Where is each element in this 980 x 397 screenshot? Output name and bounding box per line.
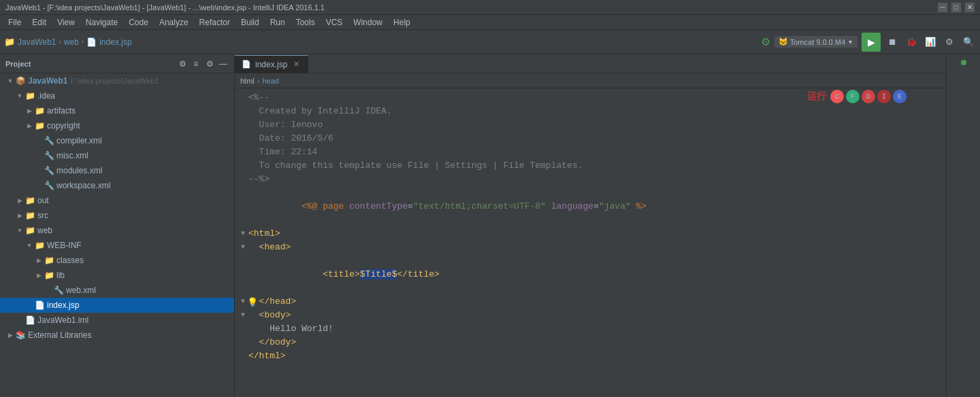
menu-item-edit[interactable]: Edit bbox=[27, 16, 52, 29]
tree-item-external-libraries[interactable]: ▶ 📚 External Libraries bbox=[0, 328, 234, 343]
folder-lib-icon: 📁 bbox=[44, 270, 54, 281]
file-iml-icon: 📄 bbox=[24, 315, 35, 326]
tree-item-out[interactable]: ▶ 📁 out bbox=[0, 193, 234, 208]
toolbar-project-link[interactable]: JavaWeb1 bbox=[18, 37, 56, 47]
tree-label-out: out bbox=[37, 196, 49, 205]
menu-item-analyze[interactable]: Analyze bbox=[154, 16, 194, 29]
code-line-13: ▼ <body> bbox=[235, 309, 946, 322]
minimize-button[interactable]: ─ bbox=[938, 3, 947, 12]
tree-item-src[interactable]: ▶ 📁 src bbox=[0, 208, 234, 223]
toolbar-icon1[interactable]: ⚙ bbox=[761, 35, 770, 48]
sidebar-sync-icon[interactable]: ⚙ bbox=[177, 58, 188, 69]
browser-firefox-icon[interactable]: F bbox=[846, 90, 860, 103]
close-button[interactable]: ✕ bbox=[965, 3, 975, 12]
code-line-14: Hello World! bbox=[235, 322, 946, 336]
breadcrumb-head[interactable]: head bbox=[262, 77, 278, 85]
sidebar-gear-icon[interactable]: ⚙ bbox=[204, 58, 215, 69]
breadcrumb-html[interactable]: html bbox=[240, 77, 255, 85]
menu-item-vcs[interactable]: VCS bbox=[321, 16, 348, 29]
toolbar-file-link[interactable]: index.jsp bbox=[99, 37, 131, 47]
tab-close-indexjsp[interactable]: ✕ bbox=[291, 60, 301, 69]
menu-item-navigate[interactable]: Navigate bbox=[80, 16, 123, 29]
tree-item-webinf[interactable]: ▼ 📁 WEB-INF bbox=[0, 238, 234, 253]
sidebar-close-icon[interactable]: — bbox=[218, 58, 229, 69]
tree-item-classes[interactable]: ▶ 📁 classes bbox=[0, 253, 234, 268]
folder-classes-icon: 📁 bbox=[44, 255, 54, 266]
tree-item-webxml[interactable]: ▶ 🔧 web.xml bbox=[0, 283, 234, 298]
sidebar-collapse-icon[interactable]: ≡ bbox=[191, 58, 201, 69]
tree-item-compiler-xml[interactable]: ▶ 🔧 compiler.xml bbox=[0, 133, 234, 148]
fold-gutter-head[interactable]: ▼ bbox=[238, 241, 248, 254]
tab-icon-indexjsp: 📄 bbox=[242, 60, 251, 69]
settings-button[interactable]: ⚙ bbox=[942, 35, 957, 50]
tree-arrow-extlibs[interactable]: ▶ bbox=[5, 330, 15, 340]
run-button[interactable]: ▶ bbox=[862, 33, 881, 52]
menu-item-run[interactable]: Run bbox=[265, 16, 291, 29]
fold-gutter-body[interactable]: ▼ bbox=[238, 309, 248, 322]
tree-item-idea[interactable]: ▼ 📁 .idea bbox=[0, 88, 234, 103]
tree-item-web[interactable]: ▼ 📁 web bbox=[0, 223, 234, 238]
intention-bulb-icon[interactable]: 💡 bbox=[247, 296, 258, 310]
editor-content[interactable]: 运行 C F O I E <%-- Created by IntelliJ ID… bbox=[235, 88, 946, 397]
title-bar: JavaWeb1 - [F:\idea projects\JavaWeb1] -… bbox=[0, 0, 980, 15]
browser-edge-icon[interactable]: E bbox=[893, 90, 906, 103]
folder-out-icon: 📁 bbox=[24, 195, 35, 206]
tree-item-modules-xml[interactable]: ▶ 🔧 modules.xml bbox=[0, 163, 234, 178]
debug-button[interactable]: 🐞 bbox=[904, 35, 919, 50]
menu-item-file[interactable]: File bbox=[3, 16, 27, 29]
tree-item-lib[interactable]: ▶ 📁 lib bbox=[0, 268, 234, 283]
tree-label-web: web bbox=[37, 226, 52, 235]
menu-item-window[interactable]: Window bbox=[348, 16, 388, 29]
fold-gutter-html[interactable]: ▼ bbox=[238, 227, 248, 241]
menu-item-tools[interactable]: Tools bbox=[291, 16, 321, 29]
sidebar-header: Project ⚙ ≡ ⚙ — bbox=[0, 54, 234, 73]
tree-item-misc-xml[interactable]: ▶ 🔧 misc.xml bbox=[0, 148, 234, 163]
code-line-2: Created by IntelliJ IDEA. bbox=[235, 105, 946, 118]
code-line-4: Date: 2016/5/6 bbox=[235, 132, 946, 145]
tree-item-javaweb1[interactable]: ▼ 📦 JavaWeb1 F:\idea projects\JavaWeb1 bbox=[0, 73, 234, 88]
tree-arrow-web[interactable]: ▼ bbox=[15, 226, 24, 235]
coverage-button[interactable]: 📊 bbox=[923, 35, 938, 50]
menu-item-help[interactable]: Help bbox=[388, 16, 416, 29]
browser-opera-icon[interactable]: O bbox=[862, 90, 875, 103]
tree-arrow-copyright[interactable]: ▶ bbox=[24, 121, 34, 131]
tree-arrow-javaweb1[interactable]: ▼ bbox=[5, 76, 15, 86]
file-modules-icon: 🔧 bbox=[44, 165, 54, 176]
browser-ie-icon[interactable]: I bbox=[877, 90, 891, 103]
tree-arrow-artifacts[interactable]: ▶ bbox=[24, 106, 34, 116]
tree-arrow-out[interactable]: ▶ bbox=[15, 196, 24, 205]
browser-chrome-icon[interactable]: C bbox=[830, 90, 844, 103]
tree-arrow-classes[interactable]: ▶ bbox=[34, 256, 44, 265]
tree-item-artifacts[interactable]: ▶ 📁 artifacts bbox=[0, 103, 234, 118]
file-compiler-icon: 🔧 bbox=[44, 135, 54, 146]
tree-arrow-lib[interactable]: ▶ bbox=[34, 271, 44, 280]
right-panel bbox=[946, 54, 980, 397]
editor-tab-indexjsp[interactable]: 📄 index.jsp ✕ bbox=[235, 55, 308, 73]
search-button[interactable]: 🔍 bbox=[961, 35, 976, 50]
tree-item-copyright[interactable]: ▶ 📁 copyright bbox=[0, 118, 234, 133]
project-icon: 📦 bbox=[15, 75, 26, 86]
tree-path-javaweb1: F:\idea projects\JavaWeb1 bbox=[70, 77, 159, 85]
tree-item-indexjsp[interactable]: ▶ 📄 index.jsp bbox=[0, 298, 234, 313]
tree-arrow-webinf[interactable]: ▼ bbox=[24, 241, 34, 250]
menu-item-view[interactable]: View bbox=[52, 16, 80, 29]
tree-item-javaweb1iml[interactable]: ▶ 📄 JavaWeb1.iml bbox=[0, 313, 234, 328]
file-workspace-icon: 🔧 bbox=[44, 180, 54, 191]
toolbar: 📁 JavaWeb1 › web › 📄 index.jsp ⚙ 🐱 Tomca… bbox=[0, 30, 980, 54]
stop-button[interactable]: ⏹ bbox=[885, 35, 900, 50]
tree-arrow-src[interactable]: ▶ bbox=[15, 211, 24, 220]
tree-label-workspace-xml: workspace.xml bbox=[56, 181, 110, 190]
menu-item-refactor[interactable]: Refactor bbox=[194, 16, 235, 29]
tree-label-artifacts: artifacts bbox=[47, 106, 76, 116]
menu-item-code[interactable]: Code bbox=[123, 16, 154, 29]
tomcat-icon: 🐱 bbox=[779, 37, 788, 46]
menu-item-build[interactable]: Build bbox=[235, 16, 265, 29]
tomcat-dropdown-icon[interactable]: ▼ bbox=[847, 39, 853, 46]
tree-item-workspace-xml[interactable]: ▶ 🔧 workspace.xml bbox=[0, 178, 234, 193]
file-misc-icon: 🔧 bbox=[44, 150, 54, 161]
toolbar-web-link[interactable]: web bbox=[64, 37, 79, 47]
sidebar-title: Project bbox=[5, 60, 31, 68]
file-indexjsp-icon: 📄 bbox=[34, 300, 45, 311]
tree-arrow-idea[interactable]: ▼ bbox=[15, 91, 24, 101]
maximize-button[interactable]: □ bbox=[951, 3, 961, 12]
